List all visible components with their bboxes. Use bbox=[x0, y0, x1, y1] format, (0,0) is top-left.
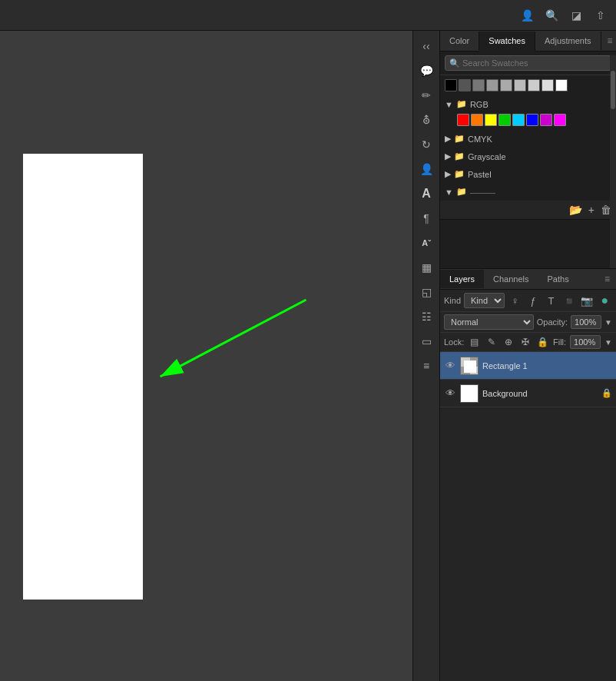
tab-layers[interactable]: Layers bbox=[440, 270, 484, 288]
swatch-group-grayscale-header[interactable]: ▶ 📁 Grayscale bbox=[440, 149, 616, 164]
move-tool-icon[interactable]: 👤 bbox=[416, 158, 437, 180]
layer-name-background: Background bbox=[482, 389, 598, 398]
lock-label: Lock: bbox=[444, 337, 464, 347]
swatch-red[interactable] bbox=[457, 114, 469, 126]
swatches-bottom-icons: 📂 + 🗑 bbox=[440, 201, 616, 220]
lock-paint-icon[interactable]: ✎ bbox=[485, 335, 498, 349]
filter-icon-shape[interactable]: ◾ bbox=[561, 293, 576, 308]
lock-all-icon[interactable]: 🔒 bbox=[536, 335, 549, 349]
swatch-g4[interactable] bbox=[500, 79, 512, 91]
layer-lock-background: 🔒 bbox=[601, 388, 612, 398]
layer-row-background[interactable]: 👁 Background 🔒 bbox=[440, 380, 616, 407]
scale-icon[interactable]: ▦ bbox=[416, 257, 437, 278]
paragraph-icon[interactable]: ¶ bbox=[416, 208, 437, 229]
new-swatch-icon[interactable]: + bbox=[588, 204, 594, 216]
search-input-wrap: 🔍 bbox=[445, 55, 611, 71]
brush-icon[interactable]: ✏ bbox=[416, 85, 437, 106]
swatch-group-more-label: ——— bbox=[470, 188, 495, 197]
fill-label: Fill: bbox=[553, 337, 566, 347]
share-icon[interactable]: ⇧ bbox=[593, 8, 608, 23]
swatch-orange[interactable] bbox=[471, 114, 483, 126]
swatch-g6[interactable] bbox=[528, 79, 540, 91]
layers-blend-row: Normal Opacity: ▼ bbox=[440, 312, 616, 333]
swatch-green[interactable] bbox=[498, 114, 511, 126]
layer-visibility-rectangle1[interactable]: 👁 bbox=[444, 360, 456, 371]
swatch-group-grayscale: ▶ 📁 Grayscale bbox=[440, 148, 616, 165]
layer-row-rectangle1[interactable]: 👁 Rectangle 1 bbox=[440, 352, 616, 380]
opacity-dropdown-arrow[interactable]: ▼ bbox=[604, 318, 612, 327]
swatch-group-pastel: ▶ 📁 Pastel bbox=[440, 165, 616, 183]
history-icon[interactable]: ↻ bbox=[416, 134, 437, 155]
toolstrip: ‹‹ 💬 ✏ ⛢ ↻ 👤 A ¶ Aˇ ▦ ◱ ☷ ▭ ≡ bbox=[412, 31, 439, 681]
new-folder-icon[interactable]: 📂 bbox=[569, 204, 582, 216]
filter-icon-smart[interactable]: 📷 bbox=[579, 293, 594, 308]
swatch-g2[interactable] bbox=[472, 79, 485, 91]
tab-adjustments[interactable]: Adjustments bbox=[535, 32, 601, 50]
swatch-yellow[interactable] bbox=[485, 114, 497, 126]
tab-swatches[interactable]: Swatches bbox=[479, 32, 535, 51]
opacity-input[interactable] bbox=[571, 315, 601, 329]
swatch-group-grayscale-label: Grayscale bbox=[468, 152, 506, 161]
swatch-magenta[interactable] bbox=[554, 114, 566, 126]
swatch-group-pastel-header[interactable]: ▶ 📁 Pastel bbox=[440, 167, 616, 181]
layer-visibility-background[interactable]: 👁 bbox=[444, 387, 456, 399]
fill-dropdown-arrow[interactable]: ▼ bbox=[604, 338, 612, 347]
search-swatches-input[interactable] bbox=[445, 55, 611, 71]
grid-icon[interactable]: ☷ bbox=[416, 306, 437, 327]
tab-color[interactable]: Color bbox=[440, 32, 479, 50]
grayscale-swatches-row bbox=[440, 75, 616, 95]
swatch-cyan[interactable] bbox=[512, 114, 525, 126]
swatch-group-cmyk-header[interactable]: ▶ 📁 CMYK bbox=[440, 131, 616, 146]
display-icon[interactable]: ◪ bbox=[568, 8, 584, 23]
tab-paths[interactable]: Paths bbox=[538, 270, 578, 288]
swatch-g5[interactable] bbox=[514, 79, 526, 91]
layer-name-rectangle1: Rectangle 1 bbox=[482, 361, 612, 370]
layers-filter-row: Kind Kind ♀ ƒ T ◾ 📷 ● bbox=[440, 290, 616, 312]
lock-pixels-icon[interactable]: ▤ bbox=[468, 335, 481, 349]
type-tool-icon[interactable]: A bbox=[416, 183, 437, 204]
canvas-document bbox=[23, 154, 143, 600]
frame-icon[interactable]: ▭ bbox=[416, 331, 437, 352]
filter-icon[interactable]: ≡ bbox=[416, 355, 437, 377]
chevron-right-icon-pastel: ▶ bbox=[445, 169, 451, 179]
lock-position-icon[interactable]: ✠ bbox=[519, 335, 532, 349]
swatch-group-rgb-header[interactable]: ▼ 📁 RGB bbox=[440, 97, 616, 111]
blend-mode-select[interactable]: Normal bbox=[444, 314, 534, 330]
swatch-g3[interactable] bbox=[486, 79, 498, 91]
transform-icon[interactable]: Aˇ bbox=[416, 232, 437, 254]
3d-icon[interactable]: ◱ bbox=[416, 281, 437, 303]
swatch-violet[interactable] bbox=[540, 114, 552, 126]
panel-tabs: Color Swatches Adjustments ≡ bbox=[440, 31, 616, 51]
top-bar: 👤 🔍 ◪ ⇧ bbox=[0, 0, 616, 31]
filter-icon-text[interactable]: T bbox=[544, 293, 558, 308]
chevron-right-icon-gray: ▶ bbox=[445, 151, 451, 161]
layers-lock-row: Lock: ▤ ✎ ⊕ ✠ 🔒 Fill: ▼ bbox=[440, 333, 616, 352]
svg-line-1 bbox=[161, 300, 306, 377]
user-icon[interactable]: 👤 bbox=[519, 8, 535, 23]
swatch-g7[interactable] bbox=[541, 79, 554, 91]
folder-icon-more: 📁 bbox=[456, 187, 467, 197]
search-icon[interactable]: 🔍 bbox=[544, 8, 559, 23]
comment-icon[interactable]: 💬 bbox=[416, 60, 437, 81]
layers-panel-menu[interactable]: ≡ bbox=[598, 269, 616, 289]
swatch-g1[interactable] bbox=[459, 79, 471, 91]
swatches-panel-menu[interactable]: ≡ bbox=[601, 31, 616, 51]
filter-toggle[interactable]: ● bbox=[598, 293, 612, 308]
folder-icon-cmyk: 📁 bbox=[454, 134, 465, 144]
path-tool-icon[interactable]: ⛢ bbox=[416, 109, 437, 131]
folder-icon-pastel: 📁 bbox=[454, 169, 465, 179]
collapse-icon[interactable]: ‹‹ bbox=[416, 35, 437, 57]
lock-artboard-icon[interactable]: ⊕ bbox=[502, 335, 515, 349]
opacity-label: Opacity: bbox=[537, 317, 568, 327]
swatch-white[interactable] bbox=[555, 79, 568, 91]
swatch-black[interactable] bbox=[445, 79, 457, 91]
fill-input[interactable] bbox=[570, 335, 601, 349]
swatch-blue[interactable] bbox=[526, 114, 538, 126]
layers-list: 👁 Rectangle 1 � bbox=[440, 352, 616, 681]
filter-icon-type[interactable]: ♀ bbox=[508, 293, 522, 308]
swatches-scrollbar[interactable] bbox=[610, 55, 616, 268]
tab-channels[interactable]: Channels bbox=[484, 270, 538, 288]
swatch-group-more-header[interactable]: ▼ 📁 ——— bbox=[440, 184, 616, 199]
filter-select[interactable]: Kind bbox=[464, 293, 505, 308]
filter-icon-fx[interactable]: ƒ bbox=[525, 293, 540, 308]
